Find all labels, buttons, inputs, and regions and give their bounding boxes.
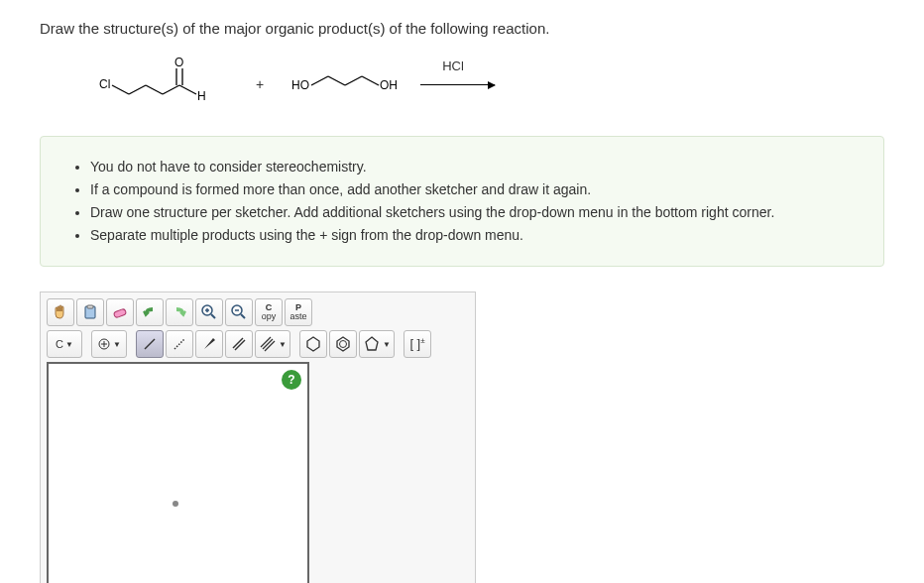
svg-text:HO: HO — [291, 78, 309, 92]
svg-text:OH: OH — [380, 78, 398, 92]
svg-rect-17 — [87, 305, 93, 308]
svg-line-2 — [129, 85, 146, 94]
svg-line-13 — [345, 76, 362, 85]
double-bond-button[interactable] — [225, 330, 253, 358]
svg-text:O: O — [174, 57, 183, 69]
instructions-panel: You do not have to consider stereochemis… — [40, 136, 884, 267]
svg-line-11 — [311, 76, 328, 85]
svg-line-8 — [179, 85, 196, 94]
eraser-tool-button[interactable] — [106, 298, 134, 326]
reactant-structure-1: Cl O H — [99, 57, 228, 111]
copy-button[interactable]: Copy — [255, 298, 283, 326]
svg-line-3 — [146, 85, 163, 94]
canvas-placeholder-atom[interactable] — [173, 501, 178, 507]
paste-button[interactable]: Paste — [285, 298, 312, 326]
zoom-in-button[interactable] — [195, 298, 223, 326]
svg-marker-31 — [204, 338, 215, 349]
triple-bond-button[interactable]: ▼ — [255, 330, 290, 358]
instruction-item: If a compound is formed more than once, … — [90, 179, 859, 200]
charge-tool-button[interactable]: ▼ — [91, 330, 127, 358]
svg-line-29 — [145, 339, 155, 349]
cyclohexane-button[interactable] — [299, 330, 327, 358]
svg-marker-38 — [337, 337, 349, 351]
help-button[interactable]: ? — [282, 370, 301, 390]
bracket-tool-button[interactable]: [ ]± — [404, 330, 431, 358]
undo-button[interactable] — [136, 298, 164, 326]
question-prompt: Draw the structure(s) of the major organ… — [40, 20, 884, 37]
svg-point-39 — [340, 341, 347, 348]
svg-rect-18 — [113, 308, 126, 318]
toolbar-row-1: Copy Paste — [47, 298, 469, 326]
svg-line-1 — [112, 85, 129, 94]
chemdoodle-sketcher: Copy Paste C▼ ▼ ▼ ▼ [ ]± ? ChemDoodle® — [40, 292, 476, 583]
svg-line-14 — [362, 76, 379, 85]
toolbar-row-2: C▼ ▼ ▼ ▼ [ ]± — [47, 330, 469, 358]
reactant-structure-2: HO OH — [291, 64, 401, 104]
redo-button[interactable] — [166, 298, 193, 326]
element-button[interactable]: C▼ — [47, 330, 82, 358]
svg-text:H: H — [197, 89, 206, 103]
plus-sign: + — [256, 76, 264, 92]
reaction-arrow — [420, 84, 495, 85]
svg-line-4 — [163, 85, 179, 94]
svg-text:Cl: Cl — [99, 77, 110, 91]
svg-marker-40 — [366, 337, 378, 350]
svg-line-12 — [328, 76, 345, 85]
ring-tool-button[interactable]: ▼ — [359, 330, 395, 358]
single-bond-button[interactable] — [136, 330, 164, 358]
wedge-bond-button[interactable] — [195, 330, 223, 358]
instruction-item: Separate multiple products using the + s… — [90, 225, 859, 246]
clipboard-tool-button[interactable] — [76, 298, 104, 326]
instruction-item: You do not have to consider stereochemis… — [90, 157, 859, 177]
drawing-canvas[interactable]: ? — [47, 362, 309, 583]
benzene-button[interactable] — [329, 330, 357, 358]
instruction-item: Draw one structure per sketcher. Add add… — [90, 202, 859, 223]
svg-line-30 — [174, 339, 184, 349]
zoom-out-button[interactable] — [225, 298, 253, 326]
hand-tool-button[interactable] — [47, 298, 74, 326]
svg-marker-37 — [307, 337, 319, 351]
recessed-bond-button[interactable] — [166, 330, 193, 358]
reaction-scheme: Cl O H + HO OH HCl — [99, 57, 884, 111]
svg-line-24 — [241, 314, 245, 318]
reagent-label: HCl — [442, 58, 464, 73]
svg-line-20 — [211, 314, 215, 318]
